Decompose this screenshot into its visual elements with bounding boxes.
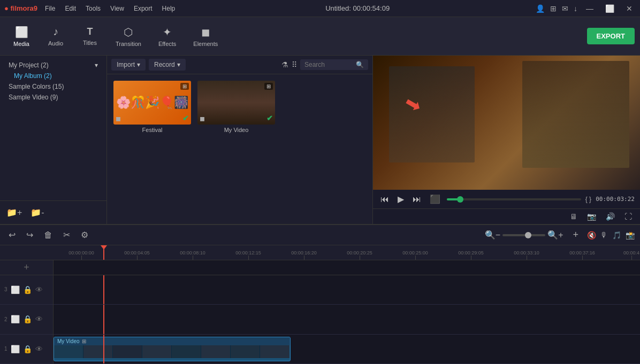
elements-icon: ◼: [201, 26, 210, 38]
undo-button[interactable]: ↩: [5, 228, 19, 242]
titlebar: ● filmora9 File Edit Tools View Export H…: [0, 0, 640, 17]
track-2-icon: ⬜: [11, 315, 20, 323]
download-icon[interactable]: ↓: [574, 4, 577, 13]
progress-thumb: [457, 196, 463, 203]
video-clip-myvideo[interactable]: My Video ⊞: [54, 337, 291, 361]
remove-folder-button[interactable]: 📁-: [28, 205, 46, 220]
media-item-myvideo[interactable]: ⊞ ◼ ✔ My Video: [197, 81, 275, 133]
track-3-eye-icon[interactable]: 👁: [35, 285, 43, 294]
preview-actions: 🖥 📷 🔊 ⛶: [373, 208, 640, 224]
add-folder-button[interactable]: 📁+: [4, 205, 24, 220]
festival-overlay-icon: ◼: [116, 115, 121, 122]
minimize-button[interactable]: —: [583, 3, 597, 14]
audio-icon: ♪: [53, 26, 58, 38]
tree-item-samplevideo[interactable]: Sample Video (9): [4, 92, 102, 103]
camera-icon[interactable]: 📷: [584, 211, 599, 222]
fast-forward-button[interactable]: ⏭: [410, 193, 423, 205]
tree-item-myproject[interactable]: My Project (2) ▾: [4, 60, 102, 71]
delete-button[interactable]: 🗑: [41, 229, 56, 242]
zoom-slider[interactable]: [502, 234, 545, 236]
record-button[interactable]: Record ▾: [149, 59, 186, 71]
ruler-mark-0: 00:00:00:00: [54, 250, 109, 260]
track-lane-2: [54, 305, 640, 334]
festival-badge: ⊞: [180, 83, 189, 90]
myvideo-badge: ⊞: [264, 83, 273, 90]
track-headers: + 3 ⬜ 🔒 👁 2 ⬜ 🔒 👁 1 ⬜ 🔒 👁: [0, 260, 54, 364]
menu-view[interactable]: View: [106, 4, 128, 13]
menu-edit[interactable]: Edit: [60, 4, 80, 13]
zoom-thumb: [525, 232, 531, 238]
ruler-mark-6: 00:00:25:00: [387, 250, 443, 260]
track-3-number: 3: [4, 286, 7, 292]
adjust-button[interactable]: ⚙: [78, 228, 92, 242]
menu-help[interactable]: Help: [158, 4, 180, 13]
import-button[interactable]: Import ▾: [111, 59, 146, 71]
progress-bar[interactable]: [447, 198, 581, 200]
window-controls: 👤 ⊞ ✉ ↓ — ⬜ ✕: [536, 3, 636, 14]
titles-label: Titles: [83, 40, 97, 46]
redo-button[interactable]: ↪: [23, 228, 36, 242]
toolbar-audio[interactable]: ♪ Audio: [40, 22, 72, 50]
media-panel: Import ▾ Record ▾ ⚗ ⠿ 🔍 🌸🎊🎉🎈�: [107, 56, 372, 224]
braces-label: { }: [585, 196, 591, 203]
add-track-button[interactable]: +: [573, 229, 578, 241]
stop-button[interactable]: ⬛: [428, 193, 443, 205]
menu-export[interactable]: Export: [129, 4, 157, 13]
toolbar-media[interactable]: ⬜ Media: [5, 22, 37, 50]
track-2-lock-icon[interactable]: 🔒: [23, 315, 32, 323]
add-media-button[interactable]: +: [24, 262, 29, 273]
search-input[interactable]: [304, 61, 353, 68]
mix-audio-icon[interactable]: 🎵: [612, 231, 621, 239]
menu-tools[interactable]: Tools: [81, 4, 105, 13]
media-item-festival[interactable]: 🌸🎊🎉🎈🎆 ⊞ ◼ ✔ Festival: [113, 81, 191, 133]
monitor-icon[interactable]: 🖥: [567, 211, 580, 222]
window-title: Untitled: 00:00:54:09: [325, 4, 390, 12]
snapshot-icon[interactable]: 📸: [626, 231, 635, 239]
toolbar-effects[interactable]: ✦ Effects: [151, 22, 184, 50]
menu-file[interactable]: File: [41, 4, 59, 13]
track-2-number: 2: [4, 316, 7, 322]
track-1-eye-icon[interactable]: 👁: [35, 345, 43, 353]
rewind-button[interactable]: ⏮: [378, 193, 391, 205]
track-2-eye-icon[interactable]: 👁: [35, 315, 43, 323]
track-3-icon: ⬜: [11, 285, 20, 294]
volume-icon[interactable]: 🔊: [603, 211, 618, 222]
search-icon[interactable]: 🔍: [356, 61, 364, 68]
filter-icon[interactable]: ⚗: [281, 60, 288, 69]
grid-layout-icon[interactable]: ⠿: [292, 60, 297, 69]
track-spacer: [54, 260, 640, 275]
preview-viewport: ➡: [373, 56, 640, 190]
track-3-lock-icon[interactable]: 🔒: [23, 285, 32, 294]
toolbar-elements[interactable]: ◼ Elements: [186, 22, 225, 50]
media-icon: ⬜: [15, 26, 28, 38]
effects-icon: ✦: [163, 26, 172, 38]
zoom-out-icon[interactable]: 🔍−: [485, 230, 500, 240]
fullscreen-icon[interactable]: ⛶: [622, 211, 635, 222]
account-icon[interactable]: 👤: [536, 4, 545, 13]
cut-button[interactable]: ✂: [60, 228, 73, 242]
tree-item-myalbum[interactable]: My Album (2): [4, 71, 102, 81]
playhead[interactable]: [103, 245, 104, 260]
mail-icon[interactable]: ✉: [562, 4, 568, 13]
mute-all-icon[interactable]: 🔇: [587, 231, 596, 239]
main-toolbar: ⬜ Media ♪ Audio T Titles ⬡ Transition ✦ …: [0, 17, 640, 56]
track-header-1: 1 ⬜ 🔒 👁: [0, 335, 53, 364]
record-audio-icon[interactable]: 🎙: [600, 231, 608, 239]
layout-icon[interactable]: ⊞: [550, 4, 557, 13]
track-1-lock-icon[interactable]: 🔒: [23, 345, 32, 353]
play-button[interactable]: ▶: [395, 193, 406, 205]
toolbar-titles[interactable]: T Titles: [74, 23, 106, 49]
maximize-button[interactable]: ⬜: [602, 3, 618, 14]
media-grid: 🌸🎊🎉🎈🎆 ⊞ ◼ ✔ Festival ⊞ ◼ ✔: [107, 74, 372, 224]
export-button[interactable]: EXPORT: [587, 28, 635, 44]
app-logo: ● filmora9: [4, 4, 37, 12]
toolbar-transition[interactable]: ⬡ Transition: [108, 22, 149, 50]
zoom-in-icon[interactable]: 🔍+: [547, 230, 563, 240]
effects-label: Effects: [158, 41, 176, 47]
elements-label: Elements: [193, 41, 218, 47]
tree-item-samplecolors[interactable]: Sample Colors (15): [4, 81, 102, 92]
close-button[interactable]: ✕: [623, 3, 636, 14]
clip-label: My Video: [57, 338, 80, 344]
myvideo-thumbnail: ⊞ ◼ ✔: [197, 81, 275, 125]
audio-label: Audio: [48, 40, 63, 47]
